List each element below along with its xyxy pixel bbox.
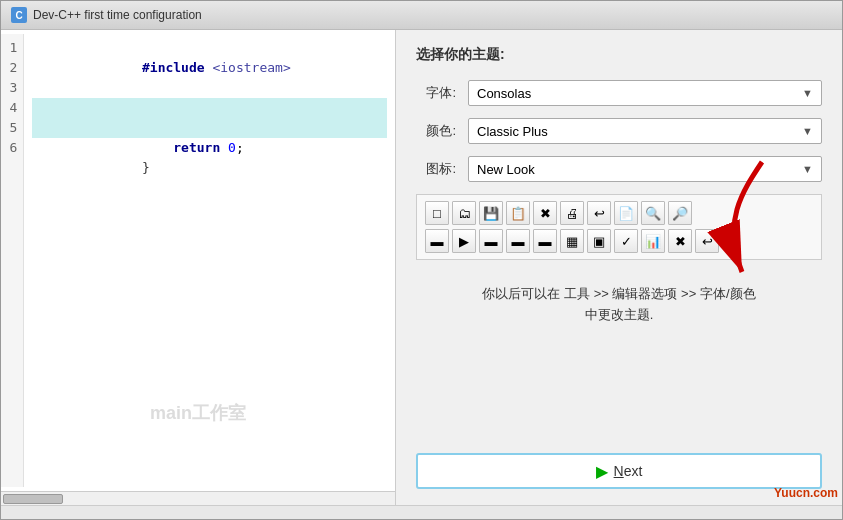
font-value: Consolas (477, 86, 531, 101)
color-select-arrow: ▼ (802, 125, 813, 137)
color-value: Classic Plus (477, 124, 548, 139)
tb-back[interactable]: ↩ (695, 229, 719, 253)
toolbar-preview: □ 🗂 💾 📋 ✖ 🖨 ↩ 📄 🔍 🔎 ▬ ▶ ▬ ▬ ▬ (416, 194, 822, 260)
code-line-3: −int main(int argc, char** argv) (32, 78, 387, 98)
tb-paste[interactable]: 📄 (614, 201, 638, 225)
tb-print[interactable]: 🖨 (560, 201, 584, 225)
icon-value: New Look (477, 162, 535, 177)
font-select[interactable]: Consolas ▼ (468, 80, 822, 106)
font-select-arrow: ▼ (802, 87, 813, 99)
color-label: 颜色: (416, 122, 456, 140)
code-line-2 (32, 58, 387, 78)
tb-break[interactable]: ▬ (533, 229, 557, 253)
code-editor: 1 2 3 4 5 6 #include <iostream> −int mai… (1, 30, 395, 491)
next-underline-n: N (614, 463, 624, 479)
tb-copy[interactable]: 📋 (506, 201, 530, 225)
tb-undo[interactable]: ↩ (587, 201, 611, 225)
line-num-3: 3 (1, 78, 17, 98)
tb-debug[interactable]: ▬ (479, 229, 503, 253)
code-line-4: std::cout << "Hello world!\ (32, 98, 387, 118)
next-button[interactable]: ▶ Next (416, 453, 822, 489)
line-num-1: 1 (1, 38, 17, 58)
code-line-5: return 0; (32, 118, 387, 138)
scrollbar-thumb[interactable] (3, 494, 63, 504)
code-panel: 1 2 3 4 5 6 #include <iostream> −int mai… (1, 30, 396, 505)
next-label-text: ext (624, 463, 643, 479)
main-content: 1 2 3 4 5 6 #include <iostream> −int mai… (1, 30, 842, 505)
horizontal-scrollbar[interactable] (1, 491, 395, 505)
line-num-2: 2 (1, 58, 17, 78)
title-bar: C Dev-C++ first time configuration (1, 1, 842, 30)
tb-new[interactable]: □ (425, 201, 449, 225)
font-row: 字体: Consolas ▼ (416, 80, 822, 106)
line-num-5: 5 (1, 118, 17, 138)
info-text: 你以后可以在 工具 >> 编辑器选项 >> 字体/颜色中更改主题. (416, 284, 822, 326)
icon-select-arrow: ▼ (802, 163, 813, 175)
icon-row: 图标: New Look ▼ (416, 156, 822, 182)
icon-select[interactable]: New Look ▼ (468, 156, 822, 182)
code-line-1: #include <iostream> (32, 38, 387, 58)
color-select[interactable]: Classic Plus ▼ (468, 118, 822, 144)
tb-run[interactable]: ▶ (452, 229, 476, 253)
main-window: C Dev-C++ first time configuration 1 2 3… (0, 0, 843, 520)
font-label: 字体: (416, 84, 456, 102)
section-title: 选择你的主题: (416, 46, 822, 64)
tb-check[interactable]: ✓ (614, 229, 638, 253)
app-icon: C (11, 7, 27, 23)
tb-chart[interactable]: 📊 (641, 229, 665, 253)
tb-search[interactable]: 🔍 (641, 201, 665, 225)
toolbar-row-1: □ 🗂 💾 📋 ✖ 🖨 ↩ 📄 🔍 🔎 (425, 201, 813, 225)
tb-stop[interactable]: ✖ (668, 229, 692, 253)
settings-panel: 选择你的主题: 字体: Consolas ▼ 颜色: Classic Plus … (396, 30, 842, 505)
window-title: Dev-C++ first time configuration (33, 8, 202, 22)
next-icon: ▶ (596, 462, 608, 481)
color-row: 颜色: Classic Plus ▼ (416, 118, 822, 144)
icon-label: 图标: (416, 160, 456, 178)
toolbar-row-2: ▬ ▶ ▬ ▬ ▬ ▦ ▣ ✓ 📊 ✖ ↩ (425, 229, 813, 253)
tb-locals[interactable]: ▣ (587, 229, 611, 253)
code-content: #include <iostream> −int main(int argc, … (24, 34, 395, 487)
code-line-6: } (32, 138, 387, 158)
tb-step[interactable]: ▬ (506, 229, 530, 253)
line-num-6: 6 (1, 138, 17, 158)
tb-watch[interactable]: ▦ (560, 229, 584, 253)
next-label: Next (614, 463, 643, 479)
tb-open[interactable]: 🗂 (452, 201, 476, 225)
info-text-content: 你以后可以在 工具 >> 编辑器选项 >> 字体/颜色中更改主题. (482, 286, 755, 322)
tb-save[interactable]: 💾 (479, 201, 503, 225)
tb-close[interactable]: ✖ (533, 201, 557, 225)
status-bar (1, 505, 842, 519)
line-num-4: 4 (1, 98, 17, 118)
tb-zoom[interactable]: 🔎 (668, 201, 692, 225)
tb-compile[interactable]: ▬ (425, 229, 449, 253)
line-numbers: 1 2 3 4 5 6 (1, 34, 24, 487)
